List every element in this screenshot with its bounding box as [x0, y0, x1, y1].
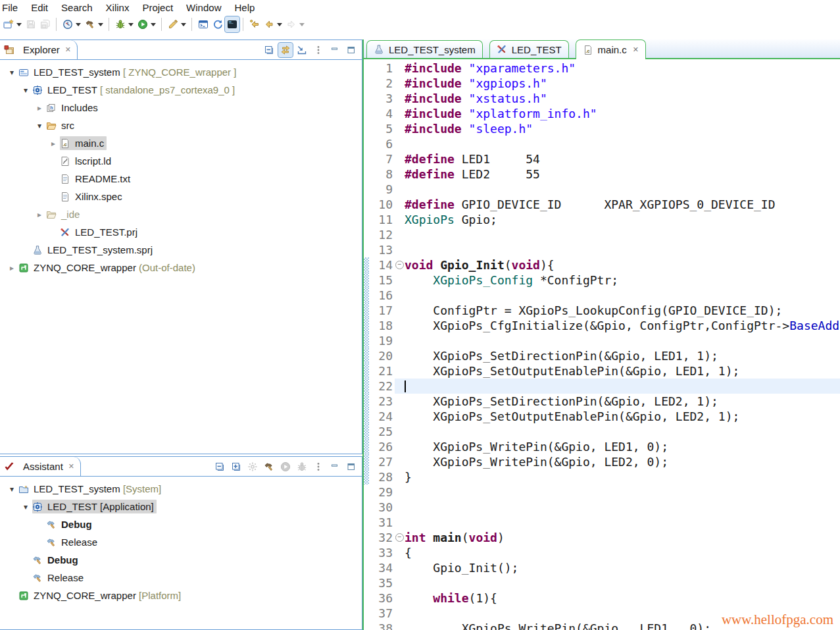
code-text[interactable]: #define LED1 54 — [405, 151, 840, 167]
code-text[interactable]: XGpioPs_Config *ConfigPtr; — [405, 273, 840, 288]
fold-gutter[interactable] — [395, 515, 405, 530]
xsct-console-button[interactable] — [210, 16, 225, 32]
code-text[interactable]: XGpioPs_SetOutputEnablePin(&Gpio, LED1, … — [405, 363, 840, 379]
code-text[interactable]: XGpioPs_SetDirectionPin(&Gpio, LED1, 1); — [405, 348, 840, 363]
fold-gutter[interactable] — [395, 151, 405, 167]
tree-item-ide[interactable]: ▸_ide — [0, 205, 362, 223]
code-text[interactable]: #include "xgpiops.h" — [405, 76, 840, 91]
chevron-right-icon[interactable]: ▸ — [33, 103, 46, 113]
view-menu-button[interactable] — [311, 459, 326, 474]
fold-gutter[interactable] — [395, 424, 405, 439]
fold-gutter[interactable] — [395, 591, 405, 606]
close-icon[interactable]: ✕ — [633, 45, 639, 54]
profile-button[interactable] — [61, 16, 83, 32]
fold-gutter[interactable] — [395, 469, 405, 485]
fold-gutter[interactable] — [395, 545, 405, 560]
maximize-button[interactable] — [344, 43, 358, 57]
fold-gutter[interactable] — [395, 439, 405, 454]
fold-gutter[interactable] — [395, 318, 405, 333]
fold-gutter[interactable] — [395, 606, 405, 621]
fold-gutter[interactable] — [395, 303, 405, 318]
fold-collapse-icon[interactable]: − — [395, 261, 404, 269]
code-text[interactable] — [405, 182, 840, 197]
fold-gutter[interactable] — [395, 333, 405, 348]
tab-explorer[interactable]: Explorer ✕ — [0, 40, 78, 59]
fold-gutter[interactable] — [395, 212, 405, 227]
chevron-down-icon[interactable] — [181, 23, 186, 29]
chevron-down-icon[interactable] — [128, 23, 134, 29]
fold-gutter[interactable] — [395, 227, 405, 242]
chevron-down-icon[interactable]: ▾ — [33, 121, 46, 130]
chevron-down-icon[interactable] — [16, 23, 22, 29]
chevron-down-icon[interactable] — [98, 23, 103, 29]
chevron-down-icon[interactable]: ▾ — [5, 485, 18, 494]
fold-gutter[interactable] — [395, 121, 405, 136]
chevron-down-icon[interactable]: ▾ — [19, 502, 32, 512]
code-text[interactable] — [405, 333, 840, 348]
tree-item-release[interactable]: Release — [0, 533, 362, 551]
tree-item-debug[interactable]: Debug — [0, 551, 362, 569]
editor-tab-main-c[interactable]: .cmain.c✕ — [576, 39, 646, 59]
tree-item-includes[interactable]: ▸hIncludes — [0, 99, 362, 117]
run-button[interactable] — [136, 16, 158, 32]
code-text[interactable]: #define LED2 55 — [405, 167, 840, 182]
tree-item-led-test-system[interactable]: ▾LED_TEST_system [ ZYNQ_CORE_wrapper ] — [0, 63, 362, 81]
chevron-right-icon[interactable]: ▸ — [5, 263, 18, 273]
fold-collapse-icon[interactable]: − — [395, 533, 404, 542]
chevron-down-icon[interactable] — [277, 23, 282, 29]
fold-gutter[interactable] — [395, 197, 405, 212]
tree-item-led-test[interactable]: ▾LED_TEST [Application] — [0, 498, 362, 515]
code-text[interactable]: Gpio_Init(); — [405, 560, 840, 575]
code-text[interactable]: { — [405, 545, 840, 560]
collapse-all-button[interactable] — [262, 43, 276, 57]
fold-gutter[interactable] — [395, 136, 405, 151]
last-edit-location-button[interactable] — [247, 16, 262, 32]
code-text[interactable] — [405, 379, 840, 394]
tree-item-zynq-core-wrapper[interactable]: ▸ZYNQ_CORE_wrapper (Out-of-date) — [0, 259, 362, 276]
fold-gutter[interactable]: − — [395, 257, 405, 273]
fold-gutter[interactable] — [395, 91, 405, 106]
chevron-right-icon[interactable]: ▸ — [47, 139, 60, 148]
back-button[interactable] — [262, 16, 284, 32]
editor-tab-led-test[interactable]: LED_TEST — [489, 40, 569, 58]
tree-item-release[interactable]: Release — [0, 569, 362, 587]
chevron-down-icon[interactable] — [76, 23, 81, 29]
tree-item-led-test-prj[interactable]: LED_TEST.prj — [0, 223, 362, 241]
fold-gutter[interactable] — [395, 363, 405, 379]
menu-item-file[interactable]: File — [0, 2, 24, 13]
code-text[interactable]: XGpioPs Gpio; — [405, 212, 840, 227]
code-text[interactable]: XGpioPs_WritePin(&Gpio, LED2, 0); — [405, 454, 840, 469]
code-text[interactable] — [405, 242, 840, 257]
fold-gutter[interactable] — [395, 575, 405, 591]
code-text[interactable]: XGpioPs_SetOutputEnablePin(&Gpio, LED2, … — [405, 409, 840, 424]
menu-item-xilinx[interactable]: Xilinx — [99, 2, 136, 13]
code-text[interactable]: int main(void) — [405, 530, 840, 545]
fold-gutter[interactable] — [395, 485, 405, 500]
fold-gutter[interactable] — [395, 288, 405, 303]
code-text[interactable]: } — [405, 469, 840, 485]
chevron-down-icon[interactable]: ▾ — [5, 68, 18, 77]
tree-item-lscript-ld[interactable]: lscript.ld — [0, 152, 362, 170]
fold-gutter[interactable] — [395, 76, 405, 91]
build-button[interactable] — [83, 16, 105, 32]
terminal-button[interactable] — [196, 16, 210, 32]
code-text[interactable]: XGpioPs_WritePin(&Gpio, LED1, 0); — [405, 439, 840, 454]
minimize-button[interactable] — [328, 459, 342, 474]
link-with-editor-button[interactable] — [278, 43, 293, 57]
editor-tab-led-test-system[interactable]: LED_TEST_system — [366, 40, 483, 58]
maximize-button[interactable] — [344, 459, 358, 474]
code-text[interactable] — [405, 500, 840, 515]
menu-item-search[interactable]: Search — [55, 2, 99, 13]
code-text[interactable]: #include "xparameters.h" — [405, 61, 840, 76]
fold-gutter[interactable] — [395, 167, 405, 182]
tree-item-led-test-system[interactable]: ▾sLED_TEST_system [System] — [0, 480, 362, 498]
debug-button[interactable] — [113, 16, 136, 32]
tree-item-src[interactable]: ▾src — [0, 117, 362, 134]
code-text[interactable] — [405, 227, 840, 242]
code-text[interactable] — [405, 485, 840, 500]
console-view-button[interactable] — [225, 16, 239, 32]
fold-gutter[interactable]: − — [395, 530, 405, 545]
fold-gutter[interactable] — [395, 621, 405, 630]
tree-item-zynq-core-wrapper[interactable]: ZYNQ_CORE_wrapper [Platform] — [0, 587, 362, 604]
build-button[interactable] — [262, 459, 276, 474]
